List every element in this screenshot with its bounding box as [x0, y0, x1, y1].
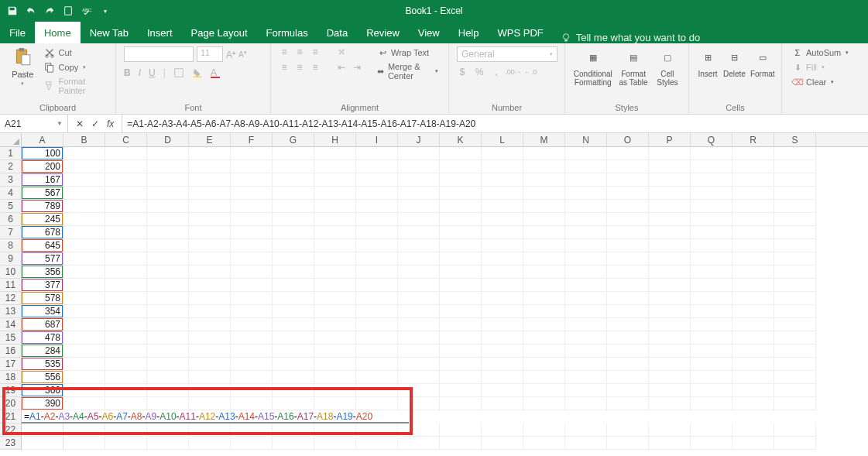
cell-I7[interactable] — [356, 226, 398, 239]
decrease-decimal-icon[interactable]: ←.0 — [525, 67, 536, 77]
column-header-N[interactable]: N — [565, 133, 607, 146]
column-header-A[interactable]: A — [22, 133, 63, 146]
cell-P23[interactable] — [649, 437, 691, 450]
cell-Q15[interactable] — [691, 331, 732, 345]
cell-R3[interactable] — [732, 173, 774, 187]
cell-C15[interactable] — [105, 331, 147, 345]
cell-I1[interactable] — [356, 147, 398, 160]
cell-K1[interactable] — [440, 147, 482, 160]
cell-Q10[interactable] — [691, 266, 732, 279]
accounting-icon[interactable]: $ — [457, 67, 468, 77]
align-right-icon[interactable]: ≡ — [310, 62, 321, 73]
font-name-select[interactable] — [124, 46, 194, 62]
cell-B13[interactable] — [63, 305, 105, 318]
tab-file[interactable]: File — [0, 22, 35, 43]
cell-I20[interactable] — [356, 397, 398, 410]
cell-H10[interactable] — [314, 266, 356, 279]
cell-D10[interactable] — [147, 266, 189, 279]
cell-R20[interactable] — [732, 397, 774, 410]
cell-B14[interactable] — [63, 318, 105, 331]
cell-M9[interactable] — [523, 252, 565, 266]
column-header-J[interactable]: J — [398, 133, 440, 146]
cell-Q7[interactable] — [691, 226, 732, 239]
cell-L7[interactable] — [482, 226, 523, 239]
cell-H22[interactable] — [314, 423, 356, 437]
cell-L22[interactable] — [482, 423, 523, 437]
cell-S22[interactable] — [774, 423, 816, 437]
cell-F9[interactable] — [231, 252, 273, 266]
cell-A23[interactable] — [22, 437, 63, 450]
cell-F13[interactable] — [231, 305, 273, 318]
cell-S20[interactable] — [774, 397, 816, 410]
cell-P15[interactable] — [649, 331, 691, 345]
cell-M6[interactable] — [523, 213, 565, 226]
cell-D6[interactable] — [147, 213, 189, 226]
cell-A20[interactable]: 390 — [22, 397, 63, 410]
cell-N2[interactable] — [565, 160, 607, 173]
cell-L17[interactable] — [482, 358, 523, 371]
cell-R1[interactable] — [732, 147, 774, 160]
cell-A7[interactable]: 678 — [22, 226, 63, 239]
row-header-3[interactable]: 3 — [0, 173, 21, 187]
cell-K4[interactable] — [440, 187, 482, 200]
cell-K10[interactable] — [440, 266, 482, 279]
cell-R6[interactable] — [732, 213, 774, 226]
cell-A1[interactable]: 100 — [22, 147, 63, 160]
cell-B22[interactable] — [63, 423, 105, 437]
cell-L6[interactable] — [482, 213, 523, 226]
cell-N12[interactable] — [565, 292, 607, 305]
cell-O18[interactable] — [607, 371, 649, 384]
cell-G1[interactable] — [273, 147, 314, 160]
cell-N14[interactable] — [565, 318, 607, 331]
cell-E17[interactable] — [189, 358, 231, 371]
cell-C9[interactable] — [105, 252, 147, 266]
cell-F20[interactable] — [231, 397, 273, 410]
cell-D15[interactable] — [147, 331, 189, 345]
cell-M4[interactable] — [523, 187, 565, 200]
row-header-5[interactable]: 5 — [0, 200, 21, 213]
cell-P19[interactable] — [649, 384, 691, 397]
cell-B10[interactable] — [63, 266, 105, 279]
cell-E22[interactable] — [189, 423, 231, 437]
cell-B6[interactable] — [63, 213, 105, 226]
cell-I15[interactable] — [356, 331, 398, 345]
cell-K12[interactable] — [440, 292, 482, 305]
cell-L10[interactable] — [482, 266, 523, 279]
tab-home[interactable]: Home — [35, 22, 81, 43]
cell-J2[interactable] — [398, 160, 440, 173]
cell-O11[interactable] — [607, 279, 649, 292]
row-header-6[interactable]: 6 — [0, 213, 21, 226]
cell-A18[interactable]: 556 — [22, 371, 63, 384]
cell-F1[interactable] — [231, 147, 273, 160]
cell-E18[interactable] — [189, 371, 231, 384]
column-header-D[interactable]: D — [147, 133, 189, 146]
align-left-icon[interactable]: ≡ — [279, 62, 290, 73]
cell-O12[interactable] — [607, 292, 649, 305]
cell-L23[interactable] — [482, 437, 523, 450]
format-cells-button[interactable]: ▭Format — [750, 46, 775, 78]
fill-color-icon[interactable] — [192, 67, 203, 78]
cell-S15[interactable] — [774, 331, 816, 345]
cell-Q23[interactable] — [691, 437, 732, 450]
bold-button[interactable]: B — [124, 67, 131, 78]
row-header-23[interactable]: 23 — [0, 437, 21, 450]
cell-R8[interactable] — [732, 239, 774, 252]
cell-J4[interactable] — [398, 187, 440, 200]
cell-Q11[interactable] — [691, 279, 732, 292]
cell-J6[interactable] — [398, 213, 440, 226]
cell-Q16[interactable] — [691, 345, 732, 358]
cell-E14[interactable] — [189, 318, 231, 331]
undo-icon[interactable] — [25, 5, 37, 17]
cell-A17[interactable]: 535 — [22, 358, 63, 371]
cell-M1[interactable] — [523, 147, 565, 160]
cell-H7[interactable] — [314, 226, 356, 239]
cell-R16[interactable] — [732, 345, 774, 358]
cell-A3[interactable]: 167 — [22, 173, 63, 187]
cell-G10[interactable] — [273, 266, 314, 279]
cell-G14[interactable] — [273, 318, 314, 331]
cell-P16[interactable] — [649, 345, 691, 358]
column-header-P[interactable]: P — [649, 133, 691, 146]
cell-Q19[interactable] — [691, 384, 732, 397]
formula-input[interactable]: =A1-A2-A3-A4-A5-A6-A7-A8-A9-A10-A11-A12-… — [122, 115, 868, 132]
cell-S6[interactable] — [774, 213, 816, 226]
